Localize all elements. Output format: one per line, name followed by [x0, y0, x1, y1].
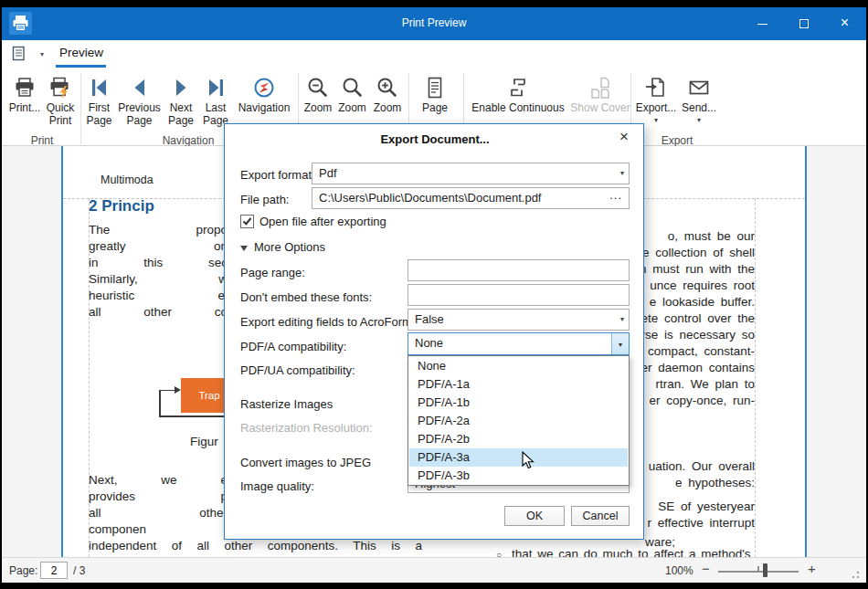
dont-embed-fonts-input[interactable] [408, 284, 630, 306]
next-page-button[interactable]: Next Page [163, 72, 199, 142]
export-document-icon [643, 75, 669, 100]
dropdown-item-pdfa-1a[interactable]: PDF/A-1a [409, 375, 628, 394]
quick-print-icon [48, 75, 73, 100]
document-text-line: rtran. We plan to [655, 377, 755, 391]
show-cover-button-label: Show Cover [569, 102, 631, 115]
resize-grip[interactable] [857, 576, 859, 578]
page-number-label: Page: [9, 564, 37, 577]
acroforms-combo[interactable]: False ▾ [408, 309, 630, 331]
more-options-expander[interactable]: More Options [240, 240, 325, 254]
dropdown-item-none[interactable]: None [409, 357, 628, 375]
print-button[interactable]: Print... [7, 72, 42, 142]
zoom-slider-center-tick [757, 566, 759, 573]
document-text-line: all other [89, 506, 228, 520]
convert-images-jpeg-label: Convert images to JPEG [240, 456, 371, 469]
zoom-in-icon [375, 75, 400, 100]
file-path-label: File path: [240, 193, 289, 206]
printer-icon [12, 75, 37, 100]
maximize-icon [799, 19, 809, 28]
page-icon [422, 75, 448, 100]
open-after-export-checkbox[interactable] [240, 215, 254, 228]
document-text-line: r effective interrupt [647, 516, 755, 530]
ok-button[interactable]: OK [504, 506, 565, 526]
more-options-label: More Options [254, 240, 325, 254]
document-text-line: all other co [89, 305, 228, 319]
pdfa-compatibility-label: PDF/A compatibility: [240, 340, 346, 353]
last-page-icon [203, 75, 228, 100]
zoom-out-slider-button[interactable]: − [702, 561, 710, 576]
document-text-line: lete control over the [638, 311, 755, 325]
dont-embed-fonts-label: Don't embed these fonts: [240, 290, 372, 304]
open-after-export-label: Open file after exporting [259, 215, 386, 228]
app-menu-button[interactable]: ▾ [11, 45, 44, 64]
document-text-line: greatly on [89, 239, 228, 253]
image-quality-label: Image quality: [240, 479, 314, 493]
zoom-in-slider-button[interactable]: + [808, 561, 816, 576]
first-page-button[interactable]: First Page [82, 72, 116, 142]
dropdown-item-pdfa-3a[interactable]: PDF/A-3a [409, 448, 628, 467]
compass-icon [251, 75, 277, 100]
envelope-icon [686, 75, 712, 100]
cancel-button[interactable]: Cancel [571, 506, 630, 526]
document-text-line: er copy-once, run- [649, 394, 755, 407]
zoom-out-button-label: Zoom [302, 102, 334, 115]
navigation-button-label: Navigation [234, 102, 294, 115]
send-dropdown-icon[interactable]: ▾ [678, 117, 720, 124]
document-text-line: componen [89, 522, 228, 536]
zoom-icon [340, 75, 365, 100]
quick-print-button[interactable]: Quick Print [42, 72, 79, 142]
figure-arrow [159, 415, 225, 417]
bullet-icon: ○ [496, 550, 502, 557]
document-text-line: independent of all other components. Thi… [89, 539, 422, 552]
figure-caption: Figur [190, 435, 218, 448]
resize-grip [852, 576, 854, 578]
acroforms-value: False [415, 312, 444, 326]
dropdown-item-pdfa-3b[interactable]: PDF/A-3b [409, 467, 628, 485]
document-section-heading: 2 Princip [89, 197, 154, 216]
page-range-input[interactable] [408, 259, 630, 281]
zoom-button-label: Zoom [335, 102, 369, 115]
browse-ellipsis-button[interactable]: ... [609, 185, 622, 205]
zoom-slider-thumb[interactable] [763, 563, 767, 577]
show-cover-icon [587, 75, 613, 100]
pdfa-compatibility-combo[interactable]: None ▾ [408, 332, 630, 355]
app-window: Print Preview × ▾ Preview Print... [2, 7, 866, 583]
dropdown-item-pdfa-2b[interactable]: PDF/A-2b [409, 430, 628, 448]
document-menu-icon [11, 45, 26, 62]
close-window-button[interactable]: × [824, 7, 865, 40]
dialog-title: Export Document... [225, 132, 645, 146]
maximize-button[interactable] [783, 7, 824, 40]
tab-preview[interactable]: Preview [59, 46, 103, 59]
export-format-combo[interactable]: Pdf ▾ [312, 163, 630, 184]
dropdown-item-pdfa-2a[interactable]: PDF/A-2a [409, 412, 628, 430]
zoom-in-button-label: Zoom [370, 102, 405, 115]
figure-arrow [159, 390, 175, 392]
chevron-down-icon: ▾ [40, 50, 44, 58]
group-label-export: Export [640, 134, 714, 146]
enable-continuous-button-label: Enable Continuous [468, 102, 568, 115]
minimize-button[interactable] [742, 7, 783, 40]
document-text-line: e hypotheses: [675, 476, 755, 489]
send-button-label: Send... [678, 102, 720, 115]
dropdown-item-pdfa-1b[interactable]: PDF/A-1b [409, 394, 628, 412]
send-button[interactable]: Send... ▾ [678, 72, 720, 142]
document-text-line: e lookaside buffer. [650, 295, 755, 309]
group-separator [80, 73, 81, 144]
tab-active-underline [56, 65, 106, 68]
page-number-input[interactable] [40, 562, 68, 579]
next-page-button-label: Next Page [163, 102, 199, 127]
first-page-button-label: First Page [82, 102, 116, 127]
page-range-label: Page range: [240, 266, 305, 279]
export-document-dialog: Export Document... × Export format: Pdf … [224, 123, 644, 540]
print-button-label: Print... [7, 102, 42, 115]
pdfa-dropdown-button[interactable]: ▾ [611, 333, 629, 354]
file-path-input[interactable]: C:\Users\Public\Documents\Document.pdf .… [312, 187, 630, 209]
figure-arrow [159, 390, 161, 417]
title-bar: Print Preview × [2, 7, 866, 40]
document-text-line: compact, constant- [648, 344, 755, 358]
dialog-close-button[interactable]: × [615, 128, 633, 146]
export-format-value: Pdf [319, 166, 337, 180]
document-text-line: heuristic el [89, 289, 228, 302]
previous-page-button[interactable]: Previous Page [117, 72, 162, 142]
page-total-label: / 3 [73, 564, 85, 577]
